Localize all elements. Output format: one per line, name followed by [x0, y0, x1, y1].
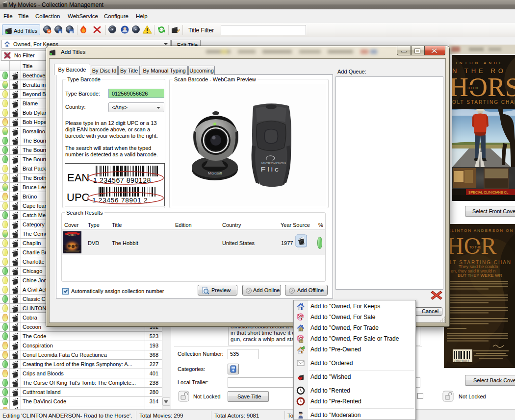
svg-text:UPC: UPC: [67, 191, 90, 203]
svg-text:OLT STARTING CHAM: OLT STARTING CHAM: [452, 99, 515, 105]
svg-text:4 83647 21045 2: 4 83647 21045 2: [454, 360, 469, 362]
svg-text:BUT THEY WERE WR: BUT THEY WERE WR: [458, 273, 503, 278]
svg-text:SPECIAL CLINICIANS CL: SPECIAL CLINICIANS CL: [468, 191, 509, 194]
svg-text:EAN: EAN: [67, 172, 89, 184]
svg-text:TO THE: TO THE: [467, 86, 480, 90]
svg-text:TO THE: TO THE: [469, 246, 481, 249]
svg-text:CLINTON ANDERSON ON: CLINTON ANDERSON ON: [448, 228, 514, 233]
svg-text:Microsoft: Microsoft: [208, 172, 222, 175]
svg-text:LINTON ANDE: LINTON ANDE: [452, 61, 504, 65]
svg-text:HOBBIT: HOBBIT: [67, 233, 76, 236]
svg-text:MICROVISION: MICROVISION: [261, 162, 286, 165]
svg-text:HORS: HORS: [452, 73, 515, 102]
svg-text:Flic: Flic: [261, 166, 281, 173]
